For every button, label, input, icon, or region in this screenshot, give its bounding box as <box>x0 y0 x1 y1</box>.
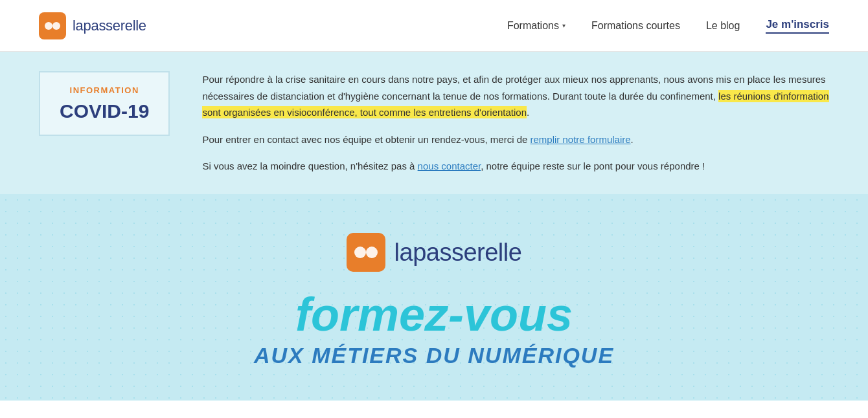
hero-logo[interactable]: lapasserelle <box>347 233 522 272</box>
nav-cta-inscription[interactable]: Je m'inscris <box>766 18 829 34</box>
hero-section: lapasserelle formez-vous AUX MÉTIERS DU … <box>0 194 868 401</box>
chevron-down-icon: ▾ <box>562 22 565 29</box>
hero-subheadline: AUX MÉTIERS DU NUMÉRIQUE <box>254 343 614 368</box>
logo-text: lapasserelle <box>73 17 146 34</box>
hero-logo-icon <box>347 233 385 272</box>
covid-info-label: INFORMATION <box>60 85 149 95</box>
svg-point-4 <box>354 247 366 258</box>
main-nav: Formations ▾ Formations courtes Le blog … <box>507 18 829 34</box>
svg-point-5 <box>366 247 378 258</box>
hero-headline: formez-vous <box>295 291 573 338</box>
logo-icon <box>39 12 66 39</box>
nav-formations[interactable]: Formations ▾ <box>507 20 565 32</box>
covid-title: COVID-19 <box>60 100 149 122</box>
covid-info-box: INFORMATION COVID-19 <box>39 71 170 136</box>
nav-formations-courtes[interactable]: Formations courtes <box>591 20 680 32</box>
nav-blog[interactable]: Le blog <box>706 20 740 32</box>
covid-paragraph-2: Pour entrer en contact avec nos équipe e… <box>202 131 829 148</box>
covid-paragraph-3: Si vous avez la moindre question, n'hési… <box>202 158 829 175</box>
svg-point-1 <box>45 22 52 30</box>
header: lapasserelle Formations ▾ Formations cou… <box>0 0 868 52</box>
covid-banner: INFORMATION COVID-19 Pour répondre à la … <box>0 52 868 194</box>
covid-content: Pour répondre à la crise sanitaire en co… <box>202 71 829 175</box>
contact-link[interactable]: nous contacter <box>418 160 481 171</box>
covid-paragraph-1: Pour répondre à la crise sanitaire en co… <box>202 71 829 121</box>
form-link[interactable]: remplir notre formulaire <box>531 134 631 145</box>
logo[interactable]: lapasserelle <box>39 12 146 39</box>
hero-logo-text: lapasserelle <box>394 239 522 267</box>
svg-point-2 <box>52 22 60 30</box>
